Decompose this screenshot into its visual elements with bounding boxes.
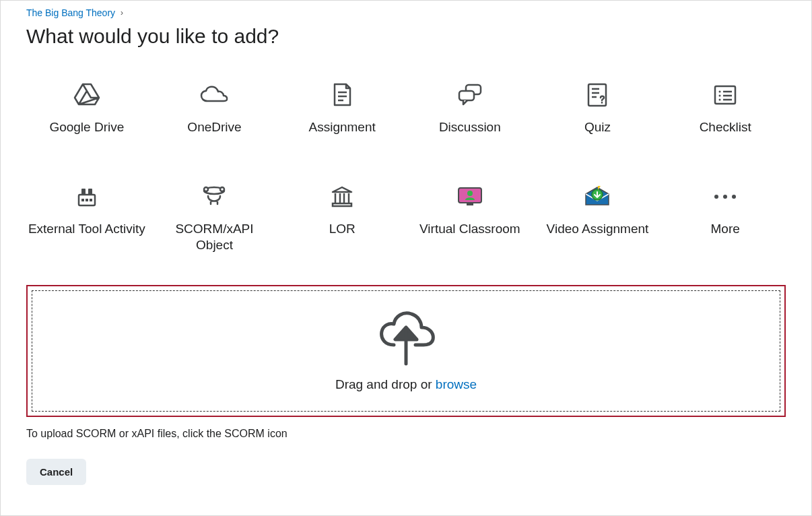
browse-link[interactable]: browse [436,377,477,391]
option-quiz[interactable]: Quiz [537,76,658,139]
svg-rect-5 [588,84,606,106]
svg-rect-21 [88,189,92,195]
helper-text: To upload SCORM or xAPI files, click the… [26,428,786,440]
option-google-drive[interactable]: Google Drive [26,76,147,139]
google-drive-icon [73,79,100,111]
option-label: More [711,221,740,238]
svg-point-12 [719,95,721,97]
breadcrumb: The Big Bang Theory › [26,7,786,18]
lor-icon [330,181,354,213]
option-checklist[interactable]: Checklist [665,76,786,139]
svg-rect-18 [86,199,88,201]
option-virtual-classroom[interactable]: Virtual Classroom [409,178,531,257]
scorm-icon [201,181,227,213]
svg-point-24 [220,187,224,191]
option-label: Discussion [439,119,501,136]
content-type-grid: Google Drive OneDrive Assignment [26,76,786,257]
option-label: External Tool Activity [28,221,145,238]
svg-point-31 [467,191,473,196]
option-label: Quiz [584,119,611,136]
discussion-icon [456,79,483,111]
option-more[interactable]: More [665,178,786,257]
svg-rect-20 [81,189,86,195]
virtual-classroom-icon [456,181,484,213]
breadcrumb-link[interactable]: The Big Bang Theory [26,7,115,18]
option-label: Google Drive [49,119,124,136]
option-label: Video Assignment [547,221,649,238]
more-icon [714,181,736,213]
option-lor[interactable]: LOR [281,178,403,257]
svg-rect-4 [459,91,474,100]
option-label: Assignment [309,119,376,136]
page-title: What would you like to add? [26,25,786,48]
assignment-icon [331,79,353,111]
option-label: Virtual Classroom [419,221,520,238]
option-external-tool[interactable]: External Tool Activity [26,178,147,257]
option-label: Checklist [700,119,751,136]
option-discussion[interactable]: Discussion [409,76,531,139]
dropzone-text: Drag and drop or browse [335,377,477,392]
cancel-button[interactable]: Cancel [26,459,86,485]
onedrive-icon [199,79,229,111]
svg-rect-32 [467,203,473,205]
option-onedrive[interactable]: OneDrive [154,76,275,139]
external-tool-icon [75,181,99,213]
svg-point-14 [719,99,721,101]
quiz-icon [586,79,609,111]
option-label: SCORM/xAPI Object [156,221,274,254]
svg-rect-29 [333,203,351,206]
option-scorm[interactable]: SCORM/xAPI Object [154,178,275,257]
option-label: LOR [329,221,356,238]
svg-point-10 [719,91,721,93]
option-label: OneDrive [187,119,241,136]
checklist-icon [713,79,737,111]
file-dropzone[interactable]: Drag and drop or browse [32,290,780,412]
svg-rect-17 [81,199,84,201]
chevron-right-icon: › [121,8,123,18]
option-assignment[interactable]: Assignment [281,76,403,139]
video-assignment-icon [583,181,611,213]
svg-point-23 [204,187,208,191]
option-video-assignment[interactable]: Video Assignment [537,178,658,257]
dropzone-highlight: Drag and drop or browse [26,285,786,417]
upload-cloud-icon [374,307,438,368]
svg-rect-19 [90,199,92,201]
